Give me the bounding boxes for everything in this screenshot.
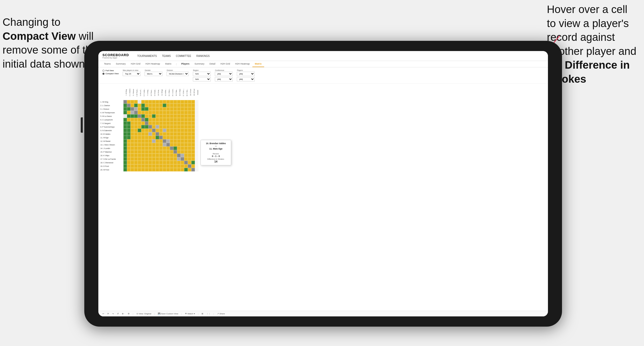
matrix-cell[interactable] bbox=[170, 129, 173, 132]
matrix-cell[interactable] bbox=[166, 100, 170, 104]
matrix-cell[interactable] bbox=[145, 143, 148, 146]
matrix-cell[interactable] bbox=[152, 143, 156, 146]
matrix-cell[interactable] bbox=[177, 143, 181, 146]
matrix-cell[interactable] bbox=[138, 143, 141, 146]
matrix-cell[interactable] bbox=[138, 164, 141, 168]
matrix-cell[interactable] bbox=[141, 154, 145, 157]
matrix-cell[interactable] bbox=[188, 157, 191, 161]
matrix-cell[interactable] bbox=[127, 121, 131, 125]
matrix-cell[interactable] bbox=[127, 154, 131, 157]
tab-h2h-heatmap-1[interactable]: H2H Heatmap bbox=[143, 61, 163, 67]
matrix-cell[interactable] bbox=[170, 104, 173, 107]
matrix-cell[interactable] bbox=[177, 114, 181, 118]
matrix-cell[interactable] bbox=[181, 157, 184, 161]
settings-button[interactable]: ⚙ bbox=[128, 313, 130, 315]
matrix-cell[interactable] bbox=[131, 118, 134, 121]
matrix-cell[interactable] bbox=[138, 150, 141, 154]
matrix-cell[interactable] bbox=[181, 125, 184, 129]
matrix-cell[interactable] bbox=[166, 107, 170, 111]
matrix-cell[interactable] bbox=[127, 129, 131, 132]
matrix-cell[interactable] bbox=[131, 154, 134, 157]
matrix-cell[interactable] bbox=[148, 125, 152, 129]
matrix-cell[interactable] bbox=[191, 132, 195, 136]
matrix-cell[interactable] bbox=[134, 125, 138, 129]
matrix-cell[interactable] bbox=[159, 139, 163, 143]
matrix-cell[interactable] bbox=[141, 164, 145, 168]
matrix-cell[interactable] bbox=[159, 157, 163, 161]
matrix-cell[interactable] bbox=[141, 125, 145, 129]
matrix-cell[interactable] bbox=[170, 111, 173, 114]
matrix-cell[interactable] bbox=[138, 104, 141, 107]
matrix-cell[interactable] bbox=[173, 125, 177, 129]
matrix-cell[interactable] bbox=[123, 136, 127, 139]
matrix-cell[interactable] bbox=[184, 125, 188, 129]
matrix-cell[interactable] bbox=[138, 118, 141, 121]
matrix-cell[interactable] bbox=[195, 125, 198, 129]
redo-button[interactable]: ↪ bbox=[112, 313, 114, 315]
matrix-cell[interactable] bbox=[141, 132, 145, 136]
matrix-cell[interactable] bbox=[195, 164, 198, 168]
matrix-cell[interactable] bbox=[127, 132, 131, 136]
matrix-cell[interactable] bbox=[173, 154, 177, 157]
matrix-cell[interactable] bbox=[177, 129, 181, 132]
matrix-cell[interactable] bbox=[148, 143, 152, 146]
layout-button[interactable]: ⊞ bbox=[202, 313, 203, 315]
matrix-cell[interactable] bbox=[191, 164, 195, 168]
matrix-cell[interactable] bbox=[188, 104, 191, 107]
nav-teams[interactable]: TEAMS bbox=[162, 54, 171, 58]
matrix-cell[interactable] bbox=[159, 125, 163, 129]
matrix-cell[interactable] bbox=[177, 100, 181, 104]
matrix-cell[interactable] bbox=[141, 107, 145, 111]
tab-summary-1[interactable]: Summary bbox=[113, 61, 128, 67]
matrix-cell[interactable] bbox=[138, 114, 141, 118]
matrix-cell[interactable] bbox=[156, 121, 159, 125]
matrix-cell[interactable] bbox=[181, 104, 184, 107]
matrix-cell[interactable] bbox=[134, 121, 138, 125]
matrix-cell[interactable] bbox=[123, 168, 127, 171]
matrix-cell[interactable] bbox=[184, 104, 188, 107]
matrix-cell[interactable] bbox=[163, 114, 166, 118]
tab-summary-2[interactable]: Summary bbox=[192, 61, 207, 67]
matrix-cell[interactable] bbox=[131, 104, 134, 107]
nav-committee[interactable]: COMMITTEE bbox=[176, 54, 191, 58]
matrix-cell[interactable] bbox=[188, 121, 191, 125]
matrix-cell[interactable] bbox=[184, 132, 188, 136]
matrix-cell[interactable] bbox=[195, 107, 198, 111]
matrix-cell[interactable] bbox=[188, 150, 191, 154]
matrix-cell[interactable] bbox=[156, 118, 159, 121]
matrix-cell[interactable] bbox=[163, 129, 166, 132]
forward-button[interactable]: ⟳ bbox=[107, 313, 109, 315]
matrix-cell[interactable] bbox=[181, 100, 184, 104]
matrix-cell[interactable] bbox=[184, 136, 188, 139]
matrix-cell[interactable] bbox=[134, 118, 138, 121]
matrix-cell[interactable] bbox=[156, 146, 159, 150]
matrix-cell[interactable] bbox=[159, 114, 163, 118]
matrix-cell[interactable] bbox=[163, 150, 166, 154]
matrix-cell[interactable] bbox=[134, 157, 138, 161]
matrix-cell[interactable] bbox=[123, 143, 127, 146]
matrix-cell[interactable] bbox=[177, 136, 181, 139]
matrix-cell[interactable] bbox=[181, 107, 184, 111]
players-select-2[interactable]: (All) bbox=[237, 77, 255, 81]
matrix-cell[interactable] bbox=[134, 143, 138, 146]
matrix-cell[interactable] bbox=[134, 129, 138, 132]
matrix-cell[interactable] bbox=[191, 143, 195, 146]
matrix-cell[interactable] bbox=[152, 164, 156, 168]
matrix-cell[interactable] bbox=[156, 136, 159, 139]
matrix-cell[interactable] bbox=[123, 111, 127, 114]
matrix-cell[interactable] bbox=[166, 121, 170, 125]
matrix-cell[interactable] bbox=[195, 111, 198, 114]
matrix-cell[interactable] bbox=[166, 157, 170, 161]
matrix-cell[interactable] bbox=[195, 139, 198, 143]
matrix-cell[interactable] bbox=[145, 111, 148, 114]
matrix-cell[interactable] bbox=[188, 146, 191, 150]
matrix-cell[interactable] bbox=[163, 136, 166, 139]
matrix-cell[interactable] bbox=[166, 150, 170, 154]
matrix-cell[interactable] bbox=[156, 125, 159, 129]
matrix-cell[interactable] bbox=[159, 104, 163, 107]
matrix-cell[interactable] bbox=[170, 118, 173, 121]
matrix-cell[interactable] bbox=[184, 157, 188, 161]
matrix-cell[interactable] bbox=[123, 104, 127, 107]
matrix-cell[interactable] bbox=[181, 164, 184, 168]
matrix-cell[interactable] bbox=[152, 150, 156, 154]
